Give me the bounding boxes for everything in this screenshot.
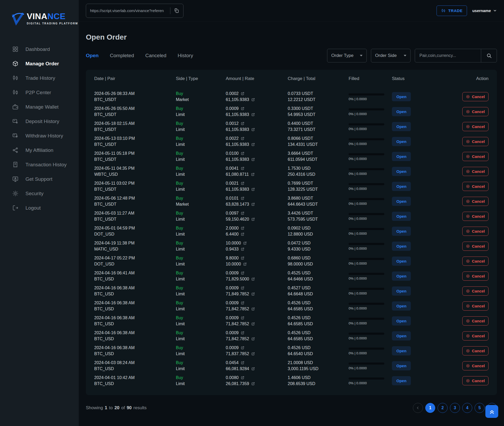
sidebar-item-security[interactable]: Security	[0, 186, 79, 201]
edit-rate-button[interactable]	[251, 292, 255, 296]
edit-rate-button[interactable]	[251, 143, 255, 146]
cancel-button[interactable]: Cancel	[462, 316, 489, 326]
tab-open[interactable]: Open	[86, 53, 99, 58]
order-side-select[interactable]: Order Side	[371, 49, 411, 62]
edit-amount-button[interactable]	[241, 256, 244, 260]
sidebar-item-p2p-center[interactable]: P2P Center	[0, 85, 79, 100]
edit-amount-button[interactable]	[241, 376, 244, 380]
edit-amount-button[interactable]	[241, 137, 244, 140]
edit-amount-button[interactable]	[241, 361, 244, 365]
cancel-button[interactable]: Cancel	[462, 107, 489, 116]
page-button-3[interactable]: 3	[450, 403, 460, 413]
edit-amount-button[interactable]	[241, 226, 244, 230]
edit-amount-button[interactable]	[241, 167, 244, 170]
sidebar-item-manage-order[interactable]: Manage Order	[0, 56, 79, 71]
edit-amount-button[interactable]	[241, 211, 244, 215]
edit-rate-button[interactable]	[251, 382, 255, 386]
trade-button[interactable]: TRADE	[437, 6, 467, 16]
cancel-button[interactable]: Cancel	[462, 182, 489, 191]
page-button-5[interactable]: 5	[475, 403, 485, 413]
cancel-button[interactable]: Cancel	[462, 242, 489, 251]
user-menu[interactable]: username	[472, 8, 497, 13]
cancel-button[interactable]: Cancel	[462, 257, 489, 266]
cancel-button[interactable]: Cancel	[462, 167, 489, 176]
sidebar-item-trade-history[interactable]: Trade History	[0, 71, 79, 85]
edit-rate-button[interactable]	[251, 128, 255, 131]
edit-rate-button[interactable]	[241, 232, 244, 236]
edit-rate-button[interactable]	[251, 322, 255, 326]
sidebar-item-manage-wallet[interactable]: Manage Wallet	[0, 100, 79, 114]
cancel-button[interactable]: Cancel	[462, 271, 489, 281]
copy-url-button[interactable]	[174, 8, 179, 13]
page-button-1[interactable]: 1	[425, 403, 435, 413]
circle-x-icon	[466, 155, 470, 158]
cancel-button[interactable]: Cancel	[462, 301, 489, 311]
circle-x-icon	[466, 379, 470, 383]
order-date: 2024-05-13 03:10 PM	[94, 136, 135, 141]
sidebar-item-withdraw-history[interactable]: Withdraw History	[0, 129, 79, 143]
edit-amount-button[interactable]	[241, 331, 244, 335]
cancel-button[interactable]: Cancel	[462, 137, 489, 146]
sidebar-item-logout[interactable]: Logout	[0, 201, 79, 215]
scroll-to-top-button[interactable]	[485, 405, 498, 418]
cancel-button[interactable]: Cancel	[462, 286, 489, 296]
sidebar-item-deposit-history[interactable]: Deposit History	[0, 114, 79, 129]
sidebar-item-dashboard[interactable]: Dashboard	[0, 42, 79, 56]
edit-rate-button[interactable]	[251, 307, 255, 311]
cancel-button[interactable]: Cancel	[462, 122, 489, 131]
edit-rate-button[interactable]	[251, 173, 255, 176]
cancel-button[interactable]: Cancel	[462, 346, 489, 355]
tab-canceled[interactable]: Canceled	[145, 53, 166, 58]
edit-rate-button[interactable]	[243, 262, 247, 266]
charge-total-cell: 0.0472 USD 9.4330 USD	[288, 240, 349, 252]
sidebar-item-get-support[interactable]: Get Support	[0, 172, 79, 186]
amount-rate-cell: 9.8000 10.0000	[226, 255, 288, 267]
edit-amount-button[interactable]	[241, 271, 244, 275]
caret-down-icon	[404, 55, 406, 56]
search-button[interactable]	[481, 49, 497, 62]
edit-amount-button[interactable]	[241, 316, 244, 320]
tab-history[interactable]: History	[178, 53, 193, 58]
edit-rate-button[interactable]	[251, 98, 255, 102]
edit-amount-button[interactable]	[243, 241, 247, 245]
edit-amount-button[interactable]	[241, 346, 244, 350]
edit-rate-button[interactable]	[241, 247, 244, 251]
order-pair: DOT_USD	[94, 261, 114, 267]
order-type-select[interactable]: Order Type	[327, 49, 367, 62]
side-type-cell: Buy Limit	[176, 121, 226, 132]
search-input[interactable]	[415, 49, 481, 62]
edit-amount-button[interactable]	[241, 196, 244, 200]
edit-rate-button[interactable]	[251, 113, 255, 116]
cancel-button[interactable]: Cancel	[462, 152, 489, 161]
edit-rate-button[interactable]	[251, 158, 255, 161]
edit-rate-button[interactable]	[251, 337, 255, 341]
tab-completed[interactable]: Completed	[110, 53, 134, 58]
edit-rate-button[interactable]	[251, 188, 255, 191]
edit-amount-button[interactable]	[241, 107, 244, 110]
cancel-button[interactable]: Cancel	[462, 331, 489, 340]
sidebar-item-my-affiliation[interactable]: My Affiliation	[0, 143, 79, 157]
order-type: Limit	[176, 291, 185, 297]
edit-amount-button[interactable]	[241, 182, 244, 185]
cancel-button[interactable]: Cancel	[462, 92, 489, 101]
edit-amount-button[interactable]	[241, 301, 244, 305]
order-charge: 0.8066 USDT	[288, 136, 313, 141]
cancel-button[interactable]: Cancel	[462, 197, 489, 206]
edit-amount-button[interactable]	[241, 286, 244, 290]
edit-rate-button[interactable]	[251, 277, 255, 281]
edit-rate-button[interactable]	[251, 217, 255, 221]
sidebar-item-transaction-history[interactable]: Transaction Histoy	[0, 157, 79, 172]
previous-page-button[interactable]	[413, 403, 423, 413]
edit-rate-button[interactable]	[251, 367, 255, 371]
edit-amount-button[interactable]	[241, 92, 244, 95]
cancel-button[interactable]: Cancel	[462, 376, 489, 385]
cancel-button[interactable]: Cancel	[462, 361, 489, 370]
edit-amount-button[interactable]	[241, 152, 244, 155]
cancel-button[interactable]: Cancel	[462, 212, 489, 221]
page-button-2[interactable]: 2	[438, 403, 448, 413]
edit-rate-button[interactable]	[251, 203, 255, 206]
edit-rate-button[interactable]	[251, 352, 255, 356]
edit-amount-button[interactable]	[241, 122, 244, 125]
page-button-4[interactable]: 4	[462, 403, 472, 413]
cancel-button[interactable]: Cancel	[462, 227, 489, 236]
